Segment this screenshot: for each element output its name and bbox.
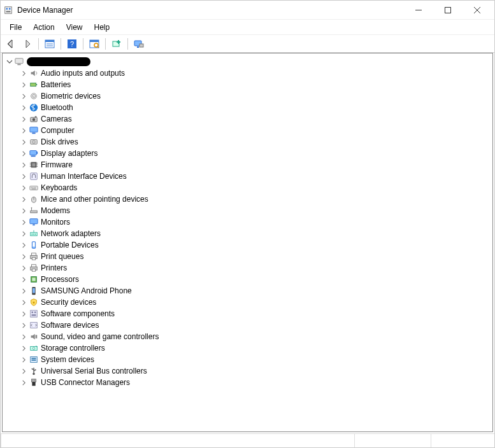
chevron-right-icon[interactable]: [19, 116, 28, 122]
chevron-down-icon: [5, 59, 14, 65]
network-icon: [28, 229, 39, 238]
tree-category[interactable]: Biometric devices: [19, 90, 492, 102]
back-button[interactable]: [3, 37, 18, 51]
chevron-right-icon[interactable]: [19, 368, 28, 374]
scan-hardware-button[interactable]: [87, 37, 102, 51]
chevron-right-icon[interactable]: [19, 265, 28, 271]
close-button[interactable]: [463, 1, 492, 20]
svg-rect-5: [445, 7, 451, 13]
tree-category[interactable]: Universal Serial Bus controllers: [19, 365, 492, 377]
tree-category[interactable]: Printers: [19, 262, 492, 274]
tree-category-label: Display adapters: [41, 148, 97, 159]
tree-category[interactable]: Computer: [19, 125, 492, 136]
menu-help[interactable]: Help: [89, 22, 115, 33]
devices-printers-button[interactable]: [131, 37, 147, 51]
tree-category[interactable]: Software components: [19, 308, 492, 319]
chevron-right-icon[interactable]: [19, 162, 28, 168]
svg-rect-77: [32, 269, 35, 272]
svg-rect-73: [32, 253, 36, 256]
chevron-right-icon[interactable]: [19, 357, 28, 363]
tree-category-label: Keyboards: [41, 182, 77, 193]
tree-category[interactable]: Storage controllers: [19, 342, 492, 354]
svg-rect-63: [30, 219, 38, 224]
device-tree: Audio inputs and outputsBatteriesBiometr…: [3, 55, 492, 391]
menu-file[interactable]: File: [4, 22, 27, 33]
tree-category[interactable]: Firmware: [19, 159, 492, 171]
svg-rect-53: [31, 187, 32, 188]
chevron-right-icon[interactable]: [19, 277, 28, 283]
tree-category[interactable]: Modems: [19, 205, 492, 216]
chevron-right-icon[interactable]: [19, 323, 28, 328]
tree-root[interactable]: [5, 56, 492, 67]
chevron-right-icon[interactable]: [19, 151, 28, 157]
tree-category[interactable]: Security devices: [19, 297, 492, 308]
tree-category[interactable]: Display adapters: [19, 148, 492, 159]
chevron-right-icon[interactable]: [19, 82, 28, 88]
tree-category[interactable]: Bluetooth: [19, 102, 492, 113]
chevron-right-icon[interactable]: [19, 300, 28, 305]
chevron-right-icon[interactable]: [19, 380, 28, 386]
svg-rect-60: [31, 211, 38, 213]
tree-category-label: Disk drives: [41, 136, 78, 148]
tree-category-label: Mice and other pointing devices: [41, 193, 148, 205]
tree-category-label: Computer: [41, 125, 75, 136]
forward-button[interactable]: [20, 37, 35, 51]
svg-rect-41: [36, 151, 38, 154]
tree-category[interactable]: Keyboards: [19, 182, 492, 193]
maximize-button[interactable]: [433, 1, 463, 20]
show-hidden-button[interactable]: [42, 37, 57, 51]
chevron-right-icon[interactable]: [19, 220, 28, 225]
svg-rect-40: [30, 151, 37, 155]
tree-category[interactable]: Human Interface Devices: [19, 171, 492, 182]
tree-category[interactable]: System devices: [19, 354, 492, 365]
chevron-right-icon[interactable]: [19, 197, 28, 202]
tree-category-label: SAMSUNG Android Phone: [41, 285, 132, 297]
chevron-right-icon[interactable]: [19, 105, 28, 111]
chevron-right-icon[interactable]: [19, 231, 28, 237]
tree-category[interactable]: Network adapters: [19, 228, 492, 239]
storage-icon: [28, 344, 39, 353]
chevron-right-icon[interactable]: [19, 128, 28, 134]
tree-category-label: Portable Devices: [41, 239, 99, 251]
menu-view[interactable]: View: [61, 22, 88, 33]
chevron-right-icon[interactable]: [19, 208, 28, 214]
tree-category[interactable]: USB Connector Managers: [19, 377, 492, 388]
tree-category[interactable]: Audio inputs and outputs: [19, 67, 492, 79]
tree-category[interactable]: Disk drives: [19, 136, 492, 148]
modem-icon: [28, 206, 39, 215]
tree-category-label: Cameras: [41, 113, 72, 125]
chevron-right-icon[interactable]: [19, 94, 28, 99]
svg-rect-0: [5, 6, 12, 13]
chevron-right-icon[interactable]: [19, 185, 28, 191]
root-label-redacted: [27, 57, 90, 66]
tree-category[interactable]: Print queues: [19, 251, 492, 262]
svg-rect-64: [32, 225, 35, 226]
svg-rect-3: [6, 10, 11, 12]
menu-action[interactable]: Action: [28, 22, 59, 33]
tree-category[interactable]: Batteries: [19, 79, 492, 90]
svg-rect-94: [32, 360, 36, 361]
computer-monitor-icon: [28, 126, 39, 135]
chevron-right-icon[interactable]: [19, 242, 28, 248]
tree-category[interactable]: Monitors: [19, 216, 492, 228]
tree-category[interactable]: Cameras: [19, 113, 492, 125]
tree-category[interactable]: Processors: [19, 274, 492, 285]
tree-category[interactable]: Mice and other pointing devices: [19, 193, 492, 205]
help-button[interactable]: ?: [64, 37, 80, 51]
add-legacy-button[interactable]: [109, 37, 124, 51]
minimize-icon: [415, 7, 422, 13]
tree-category[interactable]: Sound, video and game controllers: [19, 331, 492, 342]
chevron-right-icon[interactable]: [19, 288, 28, 294]
minimize-button[interactable]: [404, 1, 433, 20]
tree-category[interactable]: Software devices: [19, 319, 492, 331]
chevron-right-icon[interactable]: [19, 311, 28, 317]
chevron-right-icon[interactable]: [19, 254, 28, 260]
tree-category[interactable]: SAMSUNG Android Phone: [19, 285, 492, 297]
chevron-right-icon[interactable]: [19, 174, 28, 179]
keyboard-icon: [28, 183, 39, 192]
chevron-right-icon[interactable]: [19, 334, 28, 340]
tree-category[interactable]: Portable Devices: [19, 239, 492, 251]
chevron-right-icon[interactable]: [19, 346, 28, 351]
chevron-right-icon[interactable]: [19, 71, 28, 76]
chevron-right-icon[interactable]: [19, 139, 28, 145]
